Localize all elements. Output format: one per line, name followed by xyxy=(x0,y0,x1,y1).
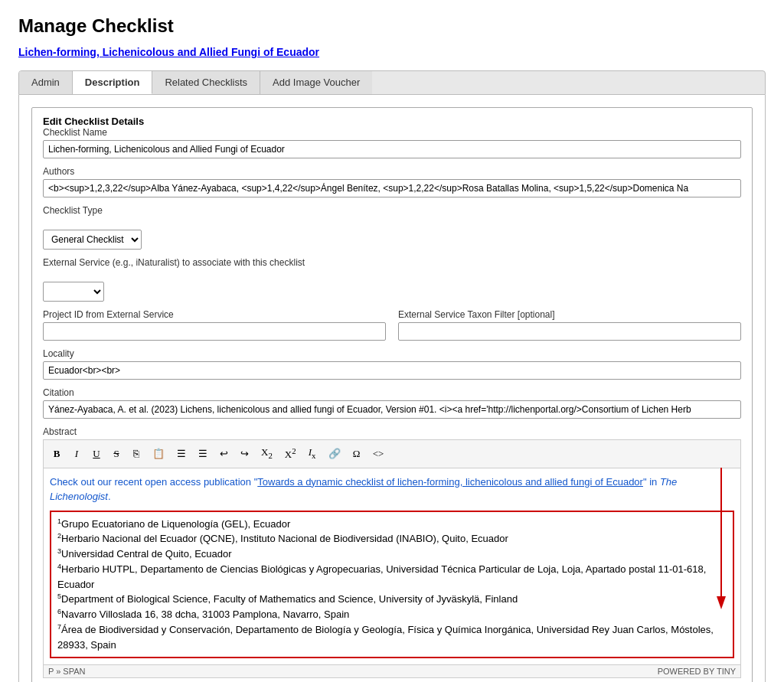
external-service-select[interactable] xyxy=(43,282,104,302)
citation-group: Citation xyxy=(43,387,741,419)
institutions-box: 1Grupo Ecuatoriano de Liquenología (GEL)… xyxy=(50,511,734,659)
project-taxon-row: Project ID from External Service Externa… xyxy=(43,309,741,341)
institution-3: 3Universidad Central de Quito, Ecuador xyxy=(57,547,727,562)
checklist-name-label: Checklist Name xyxy=(43,127,741,138)
editor-statusbar: P » SPAN POWERED BY TINY xyxy=(43,665,741,678)
authors-group: Authors xyxy=(43,166,741,197)
abstract-intro-text: Check out our recent open access publica… xyxy=(50,475,734,504)
toolbar-format-btn[interactable]: Ix xyxy=(304,443,321,464)
project-id-col: Project ID from External Service xyxy=(43,309,386,341)
locality-label: Locality xyxy=(43,348,741,359)
taxon-filter-col: External Service Taxon Filter [optional] xyxy=(398,309,741,341)
external-service-label: External Service (e.g., iNaturalist) to … xyxy=(43,257,741,268)
toolbar-bold-btn[interactable]: B xyxy=(48,445,65,463)
toolbar-superscript-btn[interactable]: X2 xyxy=(280,443,301,465)
toolbar-undo-btn[interactable]: ↩ xyxy=(215,445,233,463)
toolbar-align-right-btn[interactable]: ☰ xyxy=(194,445,212,463)
toolbar-redo-btn[interactable]: ↪ xyxy=(236,445,253,463)
toolbar-paste-btn[interactable]: 📋 xyxy=(148,445,169,463)
toolbar-strikethrough-btn[interactable]: S xyxy=(108,445,125,463)
toolbar-italic-btn[interactable]: I xyxy=(68,445,85,463)
checklist-name-input[interactable] xyxy=(43,140,741,158)
institution-2: 2Herbario Nacional del Ecuador (QCNE), I… xyxy=(57,531,727,547)
institution-6: 6Navarro Villoslada 16, 38 dcha, 31003 P… xyxy=(57,607,727,622)
tab-bar: Admin Description Related Checklists Add… xyxy=(18,70,766,95)
checklist-link[interactable]: Lichen-forming, Lichenicolous and Allied… xyxy=(18,46,319,58)
editor-wrapper: Check out our recent open access publica… xyxy=(43,468,741,666)
institution-1: 1Grupo Ecuatoriano de Liquenología (GEL)… xyxy=(57,517,727,532)
toolbar-code-btn[interactable]: <> xyxy=(368,445,389,463)
institution-4: 4Herbario HUTPL, Departamento de Ciencia… xyxy=(57,562,727,592)
statusbar-powered-by: POWERED BY TINY xyxy=(658,667,736,676)
abstract-editor[interactable]: Check out our recent open access publica… xyxy=(43,468,741,666)
editor-toolbar: B I U S ⎘ 📋 ☰ ☰ ↩ ↪ X2 X2 Ix 🔗 Ω <> xyxy=(43,439,741,468)
toolbar-copy-btn[interactable]: ⎘ xyxy=(128,445,145,463)
toolbar-underline-btn[interactable]: U xyxy=(88,445,105,463)
checklist-name-group: Checklist Name xyxy=(43,127,741,158)
abstract-label: Abstract xyxy=(43,426,741,437)
edit-checklist-details-fieldset: Edit Checklist Details Checklist Name Au… xyxy=(31,107,753,682)
toolbar-subscript-btn[interactable]: X2 xyxy=(256,443,277,464)
project-id-input[interactable] xyxy=(43,322,386,341)
editor-content: Check out our recent open access publica… xyxy=(50,475,734,659)
abstract-group: Abstract B I U S ⎘ 📋 ☰ ☰ ↩ ↪ X2 X2 Ix 🔗 … xyxy=(43,426,741,678)
project-id-label: Project ID from External Service xyxy=(43,309,386,320)
toolbar-link-btn[interactable]: 🔗 xyxy=(324,445,345,463)
locality-input[interactable] xyxy=(43,361,741,380)
institution-5: 5Department of Biological Science, Facul… xyxy=(57,592,727,607)
authors-input[interactable] xyxy=(43,179,741,197)
locality-group: Locality xyxy=(43,348,741,380)
tab-add-image-voucher[interactable]: Add Image Voucher xyxy=(260,71,372,94)
tab-admin[interactable]: Admin xyxy=(19,71,73,94)
checklist-type-select[interactable]: General Checklist xyxy=(43,230,142,250)
taxon-filter-input[interactable] xyxy=(398,322,741,341)
external-service-group: External Service (e.g., iNaturalist) to … xyxy=(43,257,741,302)
fieldset-legend: Edit Checklist Details xyxy=(40,116,741,127)
toolbar-align-left-btn[interactable]: ☰ xyxy=(172,445,191,463)
tab-content-description: Edit Checklist Details Checklist Name Au… xyxy=(18,95,766,682)
statusbar-path: P » SPAN xyxy=(48,667,86,676)
page-title: Manage Checklist xyxy=(18,15,766,37)
checklist-type-group: Checklist Type General Checklist xyxy=(43,205,741,250)
citation-input[interactable] xyxy=(43,400,741,419)
citation-label: Citation xyxy=(43,387,741,398)
institution-7: 7Área de Biodiversidad y Conservación, D… xyxy=(57,622,727,652)
tab-description[interactable]: Description xyxy=(73,71,153,94)
authors-label: Authors xyxy=(43,166,741,177)
taxon-filter-label: External Service Taxon Filter [optional] xyxy=(398,309,741,320)
toolbar-omega-btn[interactable]: Ω xyxy=(348,445,365,463)
tab-related-checklists[interactable]: Related Checklists xyxy=(152,71,260,94)
checklist-type-label: Checklist Type xyxy=(43,205,741,216)
